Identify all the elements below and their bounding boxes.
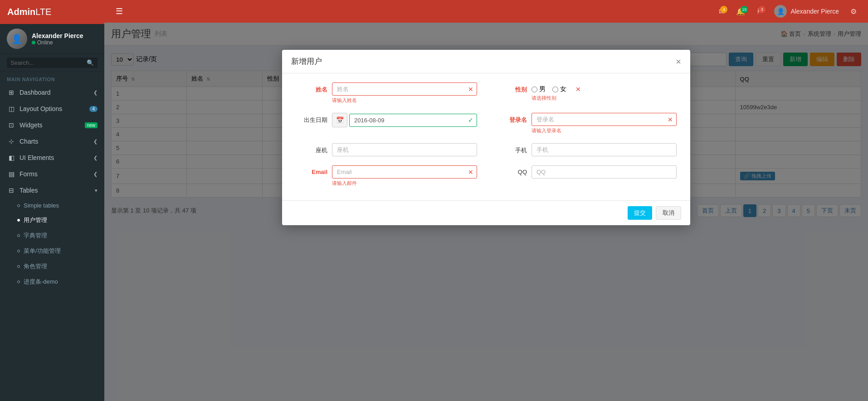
sidebar-item-label: Charts <box>20 138 38 145</box>
login-input[interactable] <box>532 113 677 126</box>
sub-item-role-mgmt[interactable]: 角色管理 <box>0 259 104 274</box>
sidebar-item-charts[interactable]: ⊹ Charts ❮ <box>0 133 104 150</box>
search-icon: 🔍 <box>87 59 94 66</box>
landline-input[interactable] <box>332 143 477 156</box>
qq-input-wrap <box>532 165 677 179</box>
form-col-birth: 出生日期 📅 ✓ <box>296 113 477 138</box>
login-error-msg: 请输入登录名 <box>532 127 677 134</box>
radio-male-input[interactable] <box>532 87 537 92</box>
badge-4: 4 <box>89 106 98 112</box>
login-label: 登录名 <box>495 113 527 124</box>
field-group-login: 登录名 ✕ 请输入登录名 <box>495 113 677 134</box>
navbar-toggle[interactable]: ☰ <box>111 4 127 19</box>
sidebar: AdminLTE 👤 Alexander Pierce Online 🔍 MAI… <box>0 0 104 401</box>
sidebar-item-label: Forms <box>20 170 38 178</box>
circle-icon <box>17 219 20 222</box>
arrow-icon: ❮ <box>93 171 98 177</box>
gender-field-wrap: 男 女 ✕ 请选择性别 <box>532 82 677 101</box>
sidebar-item-dashboard[interactable]: ⊞ Dashboard ❮ <box>0 84 104 101</box>
email-label: Email <box>296 165 327 175</box>
form-row-3: 座机 手机 <box>296 143 677 160</box>
name-error-msg: 请输入姓名 <box>332 97 477 104</box>
qq-input[interactable] <box>532 165 677 179</box>
sub-item-label: 用户管理 <box>24 216 47 224</box>
sidebar-item-ui[interactable]: ◧ UI Elements ❮ <box>0 150 104 166</box>
mail-badge: 4 <box>720 6 727 13</box>
sidebar-item-tables[interactable]: ⊟ Tables ▾ <box>0 182 104 198</box>
search-input[interactable] <box>10 59 87 66</box>
name-input-wrap: ✕ <box>332 82 477 96</box>
flag-btn[interactable]: ⚑ 3 <box>752 5 767 18</box>
nav-header: MAIN NAVIGATION <box>0 72 104 84</box>
mail-btn[interactable]: ✉ 4 <box>714 5 729 18</box>
sidebar-item-label: UI Elements <box>20 154 54 161</box>
form-row-2: 出生日期 📅 ✓ <box>296 113 677 138</box>
avatar: 👤 <box>7 29 27 49</box>
sidebar-item-widgets[interactable]: ⊡ Widgets new <box>0 117 104 133</box>
navbar-username: Alexander Pierce <box>790 8 839 15</box>
bell-badge: 15 <box>741 6 748 13</box>
login-clear-btn[interactable]: ✕ <box>668 116 673 123</box>
date-input-group: 📅 ✓ <box>332 113 477 127</box>
bell-btn[interactable]: 🔔 15 <box>731 5 750 18</box>
sub-item-dict-mgmt[interactable]: 字典管理 <box>0 228 104 243</box>
charts-icon: ⊹ <box>7 138 16 145</box>
user-panel: 👤 Alexander Pierce Online <box>0 24 104 54</box>
calendar-btn[interactable]: 📅 <box>332 113 347 127</box>
field-group-gender: 性别 男 女 <box>495 82 677 101</box>
form-col-phone: 手机 <box>495 143 677 160</box>
tables-arrow-icon: ▾ <box>95 188 98 193</box>
qq-label: QQ <box>495 165 527 175</box>
email-clear-btn[interactable]: ✕ <box>468 169 473 176</box>
user-info: Alexander Pierce Online <box>32 32 83 46</box>
modal-body: 姓名 ✕ 请输入姓名 <box>282 73 690 200</box>
phone-input[interactable] <box>532 143 677 156</box>
modal-close-button[interactable]: × <box>676 57 681 66</box>
email-field-wrap: ✕ 请输入邮件 <box>332 165 477 187</box>
sidebar-item-label: Tables <box>20 187 38 194</box>
email-input[interactable] <box>332 165 477 179</box>
circle-icon <box>17 265 20 268</box>
circle-icon <box>17 204 20 207</box>
birth-input[interactable] <box>349 114 477 127</box>
radio-female[interactable]: 女 <box>552 85 566 93</box>
submit-button[interactable]: 提交 <box>628 206 652 220</box>
top-navbar: ☰ ✉ 4 🔔 15 ⚑ 3 👤 Alexander Pierce ⚙ <box>104 0 868 23</box>
sub-item-label: 字典管理 <box>24 232 47 240</box>
gender-clear-btn[interactable]: ✕ <box>575 86 581 93</box>
radio-male-label: 男 <box>539 85 546 93</box>
sidebar-item-label: Widgets <box>20 121 43 129</box>
phone-field-wrap <box>532 143 677 156</box>
settings-btn[interactable]: ⚙ <box>846 5 861 18</box>
circle-icon <box>17 250 20 252</box>
form-col-gender: 性别 男 女 <box>495 82 677 107</box>
landline-input-wrap <box>332 143 477 156</box>
badge-new: new <box>85 122 98 128</box>
sub-item-label: 菜单/功能管理 <box>24 247 61 255</box>
navbar-avatar: 👤 <box>774 5 787 18</box>
form-col-landline: 座机 <box>296 143 477 160</box>
name-clear-btn[interactable]: ✕ <box>468 86 473 93</box>
radio-male[interactable]: 男 <box>532 85 546 93</box>
modal-header: 新增用户 × <box>282 50 690 73</box>
sub-item-user-mgmt[interactable]: 用户管理 <box>0 213 104 228</box>
arrow-icon: ❮ <box>93 139 98 145</box>
cancel-button[interactable]: 取消 <box>656 206 681 220</box>
dashboard-icon: ⊞ <box>7 89 16 96</box>
sidebar-item-forms[interactable]: ▤ Forms ❮ <box>0 166 104 182</box>
sub-item-simple-tables[interactable]: Simple tables <box>0 198 104 213</box>
birth-ok-btn[interactable]: ✓ <box>468 116 473 124</box>
sidebar-item-layout[interactable]: ◫ Layout Options 4 <box>0 101 104 117</box>
field-group-name: 姓名 ✕ 请输入姓名 <box>296 82 477 104</box>
user-dropdown[interactable]: 👤 Alexander Pierce <box>770 3 844 20</box>
field-group-email: Email ✕ 请输入邮件 <box>296 165 477 187</box>
brand-logo[interactable]: AdminLTE <box>0 0 104 24</box>
sub-item-progress-demo[interactable]: 进度条-demo <box>0 274 104 290</box>
radio-female-input[interactable] <box>552 87 558 92</box>
status-text: Online <box>37 39 53 46</box>
sidebar-item-label: Layout Options <box>20 105 62 112</box>
name-input[interactable] <box>332 82 477 96</box>
brand-lte: LTE <box>35 7 51 17</box>
modal-title: 新增用户 <box>291 56 322 67</box>
sub-item-menu-mgmt[interactable]: 菜单/功能管理 <box>0 243 104 259</box>
